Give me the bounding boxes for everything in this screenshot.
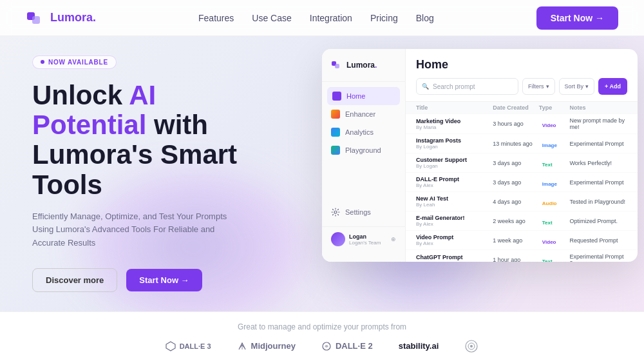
- row-date: 1 week ago: [493, 237, 539, 244]
- nav-usecase[interactable]: Use Case: [252, 13, 291, 23]
- brands-section: Great to manage and optimize your prompt…: [0, 311, 644, 363]
- table-row[interactable]: Customer Support By Logan 3 days ago Tex…: [406, 153, 638, 172]
- row-author: By Maria: [416, 124, 493, 130]
- row-notes: New prompt made by me!: [570, 117, 627, 130]
- availability-badge: NOW AVAILABLE: [32, 55, 117, 69]
- row-type: Image: [539, 142, 560, 149]
- dashboard-logo-text: Lumora.: [346, 61, 377, 70]
- title-line4: Tools: [32, 170, 102, 200]
- sort-chevron-icon: ▾: [585, 83, 589, 90]
- table-row[interactable]: DALL-E Prompt By Alex 3 days ago Image E…: [406, 172, 638, 191]
- filters-button[interactable]: Filters ▾: [522, 78, 555, 95]
- row-date: 4 days ago: [493, 199, 539, 205]
- row-type: Text: [539, 219, 556, 226]
- user-profile[interactable]: Logan Logan's Team ⊕: [322, 226, 405, 251]
- nav-links: Features Use Case Integration Pricing Bl…: [198, 13, 434, 23]
- row-author: By Alex: [416, 221, 493, 227]
- table-header: Title Date Created Type Notes: [406, 101, 638, 113]
- brands-logos: DALL·E 3 Midjourney DALL·E 2 stability.a…: [166, 339, 479, 353]
- midjourney-icon: [237, 341, 247, 351]
- dashboard-logo-icon: [331, 59, 343, 71]
- home-icon: [332, 92, 341, 101]
- hero-section: NOW AVAILABLE Unlock AI Potential with L…: [0, 36, 644, 311]
- search-placeholder: Search prompt: [433, 83, 475, 90]
- dashboard-title: Home: [416, 58, 627, 72]
- svg-point-10: [470, 345, 473, 348]
- dashboard-logo: Lumora.: [322, 59, 405, 82]
- title-unlock: Unlock: [32, 80, 129, 110]
- nav-integration[interactable]: Integration: [310, 13, 352, 23]
- brand-dalle3: DALL·E 3: [166, 341, 211, 351]
- svg-point-4: [334, 211, 337, 213]
- search-bar[interactable]: 🔍 Search prompt: [416, 78, 518, 95]
- brand-midjourney: Midjourney: [237, 341, 296, 351]
- row-date: 3 days ago: [493, 160, 539, 166]
- table-row[interactable]: Video Prompt By Alex 1 week ago Video Re…: [406, 230, 638, 250]
- title-with: with: [146, 110, 208, 140]
- dalle3-icon: [166, 341, 176, 351]
- settings-section: Settings Logan Logan's Team ⊕: [322, 203, 405, 251]
- row-date: 13 minutes ago: [493, 141, 539, 147]
- discover-button[interactable]: Discover more: [32, 268, 117, 292]
- dashboard-header: Home 🔍 Search prompt Filters ▾ Sort By: [406, 49, 638, 101]
- sidebar-analytics-label: Analytics: [345, 128, 374, 136]
- start-now-hero-button[interactable]: Start Now →: [126, 269, 202, 291]
- add-button[interactable]: + Add: [598, 78, 627, 95]
- brand-other: [464, 339, 478, 353]
- logo[interactable]: Lumora.: [26, 8, 96, 28]
- user-name: Logan: [349, 233, 387, 240]
- settings-label: Settings: [345, 208, 371, 216]
- sidebar-home-label: Home: [346, 92, 365, 100]
- enhancer-icon: [331, 110, 340, 119]
- col-notes: Notes: [570, 104, 627, 111]
- hero-buttons: Discover more Start Now →: [32, 268, 290, 292]
- row-date: 3 days ago: [493, 179, 539, 186]
- sidebar-playground-label: Playground: [345, 146, 381, 154]
- row-author: By Alex: [416, 240, 493, 246]
- svg-rect-3: [335, 64, 339, 68]
- table-row[interactable]: Instagram Posts By Logan 13 minutes ago …: [406, 133, 638, 153]
- brands-headline: Great to manage and optimize your prompt…: [238, 322, 406, 331]
- table-row[interactable]: E-mail Generator! By Alex 2 weeks ago Te…: [406, 211, 638, 230]
- nav-features[interactable]: Features: [198, 13, 234, 23]
- table-row[interactable]: ChatGPT Prompt By Maria 1 hour ago Text …: [406, 250, 638, 262]
- hero-dashboard: Lumora. Home Enhancer Analytics Playgrou…: [316, 36, 644, 311]
- row-notes: Tested in Playground!: [570, 199, 627, 205]
- svg-rect-1: [32, 16, 40, 24]
- navbar-cta-button[interactable]: Start Now →: [536, 6, 618, 30]
- dashboard-main: Home 🔍 Search prompt Filters ▾ Sort By: [406, 49, 638, 262]
- sort-button[interactable]: Sort By ▾: [559, 78, 595, 95]
- dashboard-card: Lumora. Home Enhancer Analytics Playgrou…: [322, 49, 638, 262]
- col-type: Type: [539, 104, 570, 111]
- table-row[interactable]: New AI Test By Leah 4 days ago Audio Tes…: [406, 191, 638, 211]
- dashboard-sidebar: Lumora. Home Enhancer Analytics Playgrou…: [322, 49, 406, 262]
- settings-icon: [331, 208, 340, 217]
- logo-icon: [26, 8, 45, 28]
- hero-left-content: NOW AVAILABLE Unlock AI Potential with L…: [0, 36, 316, 311]
- sidebar-item-playground[interactable]: Playground: [322, 141, 405, 159]
- row-author: By Maria: [416, 260, 493, 262]
- row-title: Video Prompt: [416, 234, 493, 240]
- row-type: Image: [539, 181, 560, 188]
- table-row[interactable]: Marketing Video By Maria 3 hours ago Vid…: [406, 113, 638, 133]
- sidebar-item-home[interactable]: Home: [327, 87, 400, 105]
- nav-pricing[interactable]: Pricing: [370, 13, 398, 23]
- sidebar-item-enhancer[interactable]: Enhancer: [322, 105, 405, 123]
- nav-blog[interactable]: Blog: [416, 13, 434, 23]
- row-author: By Leah: [416, 202, 493, 208]
- row-date: 1 hour ago: [493, 257, 539, 262]
- row-type: Text: [539, 258, 556, 262]
- sidebar-enhancer-label: Enhancer: [345, 110, 375, 118]
- dashboard-toolbar: 🔍 Search prompt Filters ▾ Sort By ▾ + Ad…: [416, 78, 627, 95]
- title-ai: AI: [129, 80, 156, 110]
- sidebar-item-analytics[interactable]: Analytics: [322, 123, 405, 141]
- other-brand-icon: [464, 339, 478, 353]
- col-title: Title: [416, 104, 493, 111]
- row-title: New AI Test: [416, 195, 493, 202]
- user-team: Logan's Team: [349, 240, 387, 246]
- hero-title: Unlock AI Potential with Lumora's Smart …: [32, 81, 290, 200]
- badge-dot: [41, 60, 44, 64]
- navbar: Lumora. Features Use Case Integration Pr…: [0, 0, 644, 36]
- sidebar-item-settings[interactable]: Settings: [322, 203, 405, 221]
- title-line3: Lumora's Smart: [32, 139, 237, 170]
